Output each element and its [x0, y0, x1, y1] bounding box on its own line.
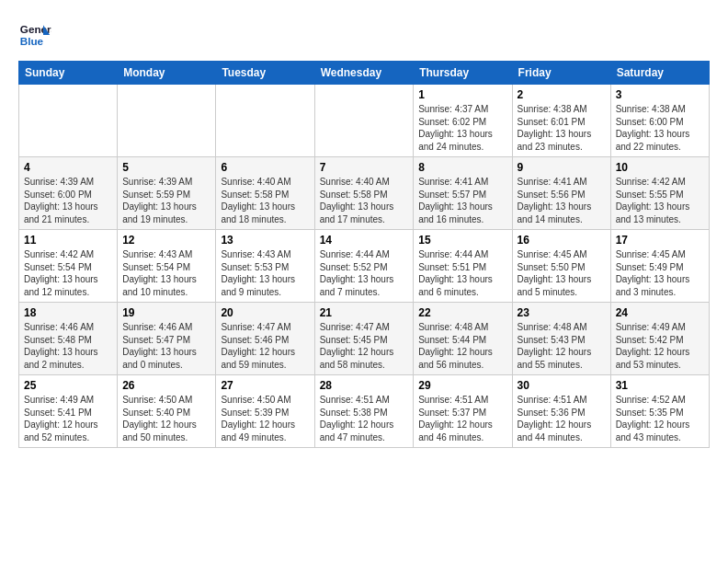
- calendar-week-row: 25Sunrise: 4:49 AMSunset: 5:41 PMDayligh…: [19, 375, 710, 448]
- day-info: Sunrise: 4:49 AMSunset: 5:41 PMDaylight:…: [24, 394, 112, 443]
- calendar-day-cell: [216, 85, 314, 157]
- day-info: Sunrise: 4:42 AMSunset: 5:54 PMDaylight:…: [24, 248, 112, 298]
- calendar-body: 1Sunrise: 4:37 AMSunset: 6:02 PMDaylight…: [19, 85, 710, 448]
- day-info: Sunrise: 4:50 AMSunset: 5:39 PMDaylight:…: [221, 394, 309, 443]
- calendar-day-cell: 31Sunrise: 4:52 AMSunset: 5:35 PMDayligh…: [610, 375, 709, 448]
- calendar-day-cell: [314, 85, 414, 157]
- calendar-day-cell: 26Sunrise: 4:50 AMSunset: 5:40 PMDayligh…: [118, 375, 216, 448]
- day-info: Sunrise: 4:42 AMSunset: 5:55 PMDaylight:…: [616, 176, 704, 225]
- calendar-day-cell: 3Sunrise: 4:38 AMSunset: 6:00 PMDaylight…: [610, 85, 709, 157]
- day-info: Sunrise: 4:46 AMSunset: 5:48 PMDaylight:…: [24, 321, 112, 371]
- calendar-day-cell: 28Sunrise: 4:51 AMSunset: 5:38 PMDayligh…: [314, 375, 414, 448]
- day-number: 30: [518, 379, 606, 392]
- calendar-day-cell: [19, 85, 118, 157]
- day-number: 2: [518, 88, 606, 101]
- day-number: 27: [221, 379, 309, 392]
- day-number: 7: [320, 161, 409, 174]
- calendar-day-cell: 30Sunrise: 4:51 AMSunset: 5:36 PMDayligh…: [512, 375, 610, 448]
- day-info: Sunrise: 4:45 AMSunset: 5:50 PMDaylight:…: [518, 248, 606, 298]
- day-number: 29: [418, 379, 506, 392]
- day-number: 16: [518, 234, 606, 247]
- day-number: 28: [320, 379, 409, 392]
- day-info: Sunrise: 4:41 AMSunset: 5:56 PMDaylight:…: [518, 176, 606, 225]
- calendar-day-cell: 10Sunrise: 4:42 AMSunset: 5:55 PMDayligh…: [610, 157, 709, 230]
- logo: General Blue: [18, 18, 51, 52]
- weekday-header-cell: Monday: [118, 62, 216, 85]
- weekday-header-cell: Saturday: [610, 62, 709, 85]
- day-number: 12: [122, 234, 210, 247]
- day-info: Sunrise: 4:51 AMSunset: 5:36 PMDaylight:…: [518, 394, 606, 443]
- calendar-day-cell: 7Sunrise: 4:40 AMSunset: 5:58 PMDaylight…: [314, 157, 414, 230]
- day-info: Sunrise: 4:50 AMSunset: 5:40 PMDaylight:…: [122, 394, 210, 443]
- calendar-day-cell: 20Sunrise: 4:47 AMSunset: 5:46 PMDayligh…: [216, 303, 314, 375]
- day-number: 6: [221, 161, 309, 174]
- calendar-day-cell: 5Sunrise: 4:39 AMSunset: 5:59 PMDaylight…: [118, 157, 216, 230]
- day-info: Sunrise: 4:51 AMSunset: 5:38 PMDaylight:…: [320, 394, 409, 443]
- day-info: Sunrise: 4:48 AMSunset: 5:43 PMDaylight:…: [518, 321, 606, 371]
- logo-icon: General Blue: [18, 18, 51, 52]
- day-info: Sunrise: 4:39 AMSunset: 6:00 PMDaylight:…: [24, 176, 112, 225]
- calendar-day-cell: 17Sunrise: 4:45 AMSunset: 5:49 PMDayligh…: [610, 230, 709, 303]
- calendar-day-cell: 2Sunrise: 4:38 AMSunset: 6:01 PMDaylight…: [512, 85, 610, 157]
- day-info: Sunrise: 4:44 AMSunset: 5:52 PMDaylight:…: [320, 248, 409, 298]
- day-number: 25: [24, 379, 112, 392]
- day-info: Sunrise: 4:47 AMSunset: 5:45 PMDaylight:…: [320, 321, 409, 371]
- calendar-day-cell: 18Sunrise: 4:46 AMSunset: 5:48 PMDayligh…: [19, 303, 118, 375]
- day-number: 24: [616, 306, 704, 319]
- day-number: 14: [320, 234, 409, 247]
- calendar-day-cell: 24Sunrise: 4:49 AMSunset: 5:42 PMDayligh…: [610, 303, 709, 375]
- day-info: Sunrise: 4:43 AMSunset: 5:53 PMDaylight:…: [221, 248, 309, 298]
- calendar-week-row: 18Sunrise: 4:46 AMSunset: 5:48 PMDayligh…: [19, 303, 710, 375]
- calendar-week-row: 1Sunrise: 4:37 AMSunset: 6:02 PMDaylight…: [19, 85, 710, 157]
- calendar-day-cell: 14Sunrise: 4:44 AMSunset: 5:52 PMDayligh…: [314, 230, 414, 303]
- day-number: 22: [418, 306, 506, 319]
- day-info: Sunrise: 4:48 AMSunset: 5:44 PMDaylight:…: [418, 321, 506, 371]
- day-info: Sunrise: 4:46 AMSunset: 5:47 PMDaylight:…: [122, 321, 210, 371]
- calendar-day-cell: 8Sunrise: 4:41 AMSunset: 5:57 PMDaylight…: [414, 157, 512, 230]
- calendar-day-cell: 19Sunrise: 4:46 AMSunset: 5:47 PMDayligh…: [118, 303, 216, 375]
- day-number: 10: [616, 161, 704, 174]
- day-info: Sunrise: 4:38 AMSunset: 6:00 PMDaylight:…: [616, 103, 704, 153]
- weekday-header-cell: Tuesday: [216, 62, 314, 85]
- day-number: 8: [418, 161, 506, 174]
- page-header: General Blue: [18, 18, 710, 52]
- day-info: Sunrise: 4:47 AMSunset: 5:46 PMDaylight:…: [221, 321, 309, 371]
- calendar-week-row: 4Sunrise: 4:39 AMSunset: 6:00 PMDaylight…: [19, 157, 710, 230]
- day-number: 3: [616, 88, 704, 101]
- day-info: Sunrise: 4:45 AMSunset: 5:49 PMDaylight:…: [616, 248, 704, 298]
- svg-text:Blue: Blue: [20, 35, 44, 47]
- weekday-header-cell: Friday: [512, 62, 610, 85]
- day-number: 26: [122, 379, 210, 392]
- calendar-day-cell: 22Sunrise: 4:48 AMSunset: 5:44 PMDayligh…: [414, 303, 512, 375]
- calendar-day-cell: [118, 85, 216, 157]
- day-number: 15: [418, 234, 506, 247]
- day-number: 18: [24, 306, 112, 319]
- day-info: Sunrise: 4:37 AMSunset: 6:02 PMDaylight:…: [418, 103, 506, 153]
- day-number: 13: [221, 234, 309, 247]
- day-info: Sunrise: 4:49 AMSunset: 5:42 PMDaylight:…: [616, 321, 704, 371]
- day-number: 1: [418, 88, 506, 101]
- day-info: Sunrise: 4:38 AMSunset: 6:01 PMDaylight:…: [518, 103, 606, 153]
- calendar-day-cell: 12Sunrise: 4:43 AMSunset: 5:54 PMDayligh…: [118, 230, 216, 303]
- calendar-table: SundayMondayTuesdayWednesdayThursdayFrid…: [18, 61, 710, 448]
- day-info: Sunrise: 4:40 AMSunset: 5:58 PMDaylight:…: [221, 176, 309, 225]
- calendar-day-cell: 25Sunrise: 4:49 AMSunset: 5:41 PMDayligh…: [19, 375, 118, 448]
- day-number: 23: [518, 306, 606, 319]
- day-number: 31: [616, 379, 704, 392]
- calendar-day-cell: 1Sunrise: 4:37 AMSunset: 6:02 PMDaylight…: [414, 85, 512, 157]
- weekday-header-cell: Thursday: [414, 62, 512, 85]
- calendar-day-cell: 21Sunrise: 4:47 AMSunset: 5:45 PMDayligh…: [314, 303, 414, 375]
- day-number: 11: [24, 234, 112, 247]
- weekday-header-cell: Wednesday: [314, 62, 414, 85]
- calendar-day-cell: 29Sunrise: 4:51 AMSunset: 5:37 PMDayligh…: [414, 375, 512, 448]
- calendar-day-cell: 11Sunrise: 4:42 AMSunset: 5:54 PMDayligh…: [19, 230, 118, 303]
- day-number: 21: [320, 306, 409, 319]
- calendar-day-cell: 4Sunrise: 4:39 AMSunset: 6:00 PMDaylight…: [19, 157, 118, 230]
- day-info: Sunrise: 4:43 AMSunset: 5:54 PMDaylight:…: [122, 248, 210, 298]
- day-info: Sunrise: 4:52 AMSunset: 5:35 PMDaylight:…: [616, 394, 704, 443]
- weekday-header-cell: Sunday: [19, 62, 118, 85]
- calendar-day-cell: 13Sunrise: 4:43 AMSunset: 5:53 PMDayligh…: [216, 230, 314, 303]
- weekday-header-row: SundayMondayTuesdayWednesdayThursdayFrid…: [19, 62, 710, 85]
- day-number: 4: [24, 161, 112, 174]
- day-info: Sunrise: 4:41 AMSunset: 5:57 PMDaylight:…: [418, 176, 506, 225]
